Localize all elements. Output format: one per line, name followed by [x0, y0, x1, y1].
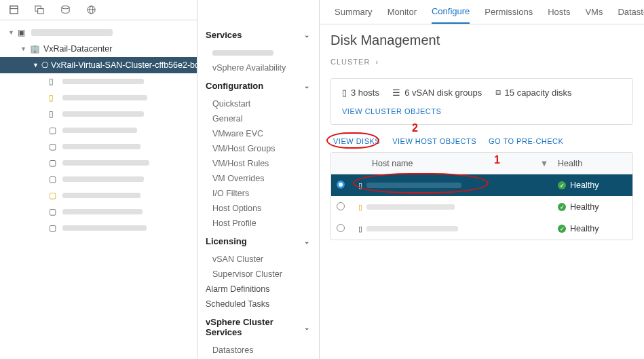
view-host-objects-link[interactable]: VIEW HOST OBJECTS	[392, 137, 476, 145]
vm-warning-icon: ▢	[49, 191, 60, 200]
label-redacted	[31, 29, 113, 36]
vms-templates-icon[interactable]	[34, 5, 45, 16]
breadcrumb-label: CLUSTER	[330, 58, 370, 66]
tree-root[interactable]: ▼ ▣	[0, 24, 197, 41]
tree-host[interactable]: ▯	[0, 90, 197, 106]
table-row[interactable]: ▯ ✓Healthy	[331, 174, 632, 196]
tab-configure[interactable]: Configure	[432, 0, 470, 24]
label-redacted	[62, 95, 147, 100]
vm-icon: ▢	[49, 207, 60, 216]
hostname-redacted	[366, 204, 455, 210]
tree-vm[interactable]: ▢	[0, 204, 197, 220]
section-services[interactable]: Services⌄	[197, 24, 319, 45]
filter-icon[interactable]: ▼	[540, 159, 548, 168]
label-redacted	[212, 50, 273, 56]
datacenter-label: VxRail-Datacenter	[43, 44, 112, 54]
cfg-item-general[interactable]: General	[197, 111, 319, 126]
host-icon: ▯	[49, 77, 60, 86]
caret-down-icon[interactable]: ▼	[8, 29, 15, 36]
chevron-right-icon: ›	[375, 58, 379, 66]
host-icon: ▯	[342, 88, 347, 98]
tree-vm[interactable]: ▢	[0, 138, 197, 155]
status-ok-icon: ✓	[558, 225, 566, 233]
label-redacted	[62, 176, 144, 182]
section-label: Licensing	[206, 236, 247, 246]
table-row[interactable]: ▯ ✓Healthy	[331, 196, 632, 218]
cfg-item-vmhost-rules[interactable]: VM/Host Rules	[197, 156, 319, 171]
radio-icon[interactable]	[337, 202, 345, 210]
vcenter-icon: ▣	[18, 28, 29, 37]
datacenter-icon: 🏢	[30, 44, 41, 54]
cfg-item-vmware-evc[interactable]: VMware EVC	[197, 126, 319, 141]
chevron-down-icon: ⌄	[304, 82, 309, 90]
label-redacted	[62, 79, 144, 84]
chevron-down-icon: ⌄	[304, 31, 309, 39]
cfg-item-host-profile[interactable]: Host Profile	[197, 216, 319, 231]
cfg-item-scheduled-tasks[interactable]: Scheduled Tasks	[197, 297, 319, 311]
radio-icon[interactable]	[337, 224, 345, 232]
tab-summary[interactable]: Summary	[335, 0, 373, 24]
hosts-clusters-icon[interactable]	[8, 5, 19, 16]
tree-host[interactable]: ▯	[0, 106, 197, 122]
go-to-precheck-link[interactable]: GO TO PRE-CHECK	[489, 137, 563, 145]
cfg-item-supervisor-cluster[interactable]: Supervisor Cluster	[197, 267, 319, 282]
section-licensing[interactable]: Licensing⌄	[197, 231, 319, 252]
cfg-item-vm-overrides[interactable]: VM Overrides	[197, 171, 319, 186]
tree-vm[interactable]: ▢	[0, 171, 197, 187]
col-hostname[interactable]: Host name▼	[358, 159, 558, 168]
status-ok-icon: ✓	[558, 181, 566, 189]
cfg-item[interactable]	[197, 45, 319, 60]
tree-vm[interactable]: ▢	[0, 155, 197, 171]
cfg-item-quickstart[interactable]: Quickstart	[197, 96, 319, 111]
label-redacted	[62, 128, 137, 133]
cfg-item-datastores[interactable]: Datastores	[197, 343, 319, 358]
chevron-down-icon: ⌄	[304, 238, 309, 245]
tree-vm[interactable]: ▢	[0, 122, 197, 138]
tree-host[interactable]: ▯	[0, 73, 197, 90]
hosts-table: Host name▼ Health ▯ ✓Healthy ▯ ✓Healthy …	[330, 152, 633, 240]
tree-datacenter[interactable]: ▼ 🏢 VxRail-Datacenter	[0, 41, 197, 57]
cluster-label: VxRail-Virtual-SAN-Cluster-cffb56e2-bdd2…	[51, 60, 197, 70]
section-configuration[interactable]: Configuration⌄	[197, 75, 319, 96]
label-redacted	[62, 111, 144, 117]
vm-icon: ▢	[49, 174, 60, 184]
section-label: vSphere Cluster Services	[206, 317, 304, 337]
tab-permissions[interactable]: Permissions	[485, 0, 533, 24]
cfg-item-alarm-definitions[interactable]: Alarm Definitions	[197, 282, 319, 297]
label-redacted	[62, 144, 140, 149]
caret-down-icon[interactable]: ▼	[20, 45, 27, 52]
caret-down-icon[interactable]: ▼	[33, 62, 39, 69]
tab-hosts[interactable]: Hosts	[548, 0, 570, 24]
view-cluster-objects-link[interactable]: VIEW CLUSTER OBJECTS	[342, 107, 441, 115]
host-warning-icon: ▯	[358, 203, 362, 212]
view-disks-link[interactable]: VIEW DISKS	[333, 137, 380, 145]
section-vsphere-cluster-services[interactable]: vSphere Cluster Services⌄	[197, 311, 319, 343]
networking-icon[interactable]	[86, 5, 96, 16]
hostname-redacted	[366, 226, 458, 231]
tab-monitor[interactable]: Monitor	[387, 0, 417, 24]
breadcrumb[interactable]: CLUSTER ›	[330, 58, 633, 66]
inventory-panel: ▼ ▣ ▼ 🏢 VxRail-Datacenter ▼ ⎔ VxRail-Vir…	[0, 0, 197, 359]
stat-capdisks: 15 capacity disks	[505, 88, 572, 98]
table-row[interactable]: ▯ ✓Healthy	[331, 218, 632, 240]
radio-selected-icon[interactable]	[337, 181, 345, 189]
tab-datastores[interactable]: Datastores	[618, 0, 644, 24]
tree-vm[interactable]: ▢	[0, 220, 197, 236]
tab-vms[interactable]: VMs	[585, 0, 603, 24]
cfg-item-host-options[interactable]: Host Options	[197, 201, 319, 216]
svg-point-4	[61, 6, 69, 9]
cfg-item-vsphere-availability[interactable]: vSphere Availability	[197, 60, 319, 75]
cfg-item-vsan-cluster[interactable]: vSAN Cluster	[197, 252, 319, 267]
storage-icon[interactable]	[60, 5, 71, 16]
label-redacted	[62, 193, 140, 198]
health-label: Healthy	[570, 202, 599, 212]
cfg-item-vmhost-groups[interactable]: VM/Host Groups	[197, 141, 319, 156]
health-label: Healthy	[570, 224, 599, 233]
tree-vm[interactable]: ▢	[0, 187, 197, 204]
tree-cluster-selected[interactable]: ▼ ⎔ VxRail-Virtual-SAN-Cluster-cffb56e2-…	[0, 57, 197, 73]
cfg-item-io-filters[interactable]: I/O Filters	[197, 186, 319, 201]
vm-icon: ▢	[49, 142, 60, 151]
host-icon: ▯	[49, 109, 60, 119]
table-header: Host name▼ Health	[331, 153, 632, 174]
col-health[interactable]: Health	[558, 159, 632, 168]
